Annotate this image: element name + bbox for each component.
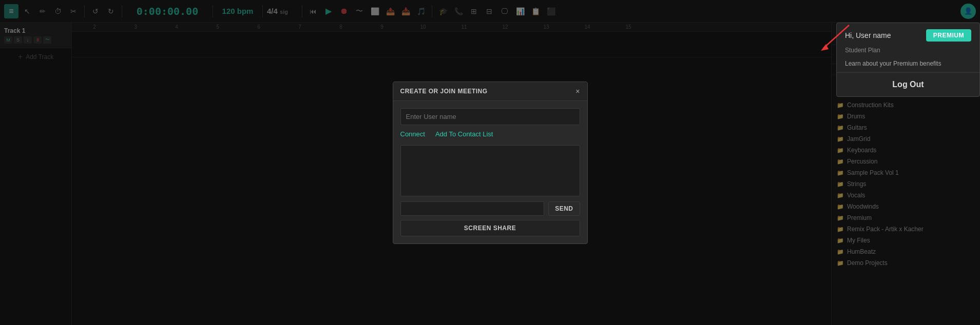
- learn-premium-link[interactable]: Learn about your Premium benefits: [837, 58, 979, 72]
- connect-button[interactable]: Connect: [400, 130, 425, 138]
- chat-area: [400, 145, 580, 196]
- create-join-meeting-modal: CREATE OR JOIN MEETING × Connect Add To …: [393, 82, 588, 244]
- modal-body: Connect Add To Contact List SEND SCREEN …: [393, 101, 587, 243]
- modal-title: CREATE OR JOIN MEETING: [400, 88, 488, 95]
- premium-badge-button[interactable]: PREMIUM: [926, 29, 971, 42]
- user-plan: Student Plan: [837, 46, 979, 58]
- user-dropdown: Hi, User name PREMIUM Student Plan Learn…: [836, 23, 980, 97]
- dropdown-header: Hi, User name PREMIUM: [837, 23, 979, 46]
- modal-header: CREATE OR JOIN MEETING ×: [393, 82, 587, 101]
- logout-button[interactable]: Log Out: [837, 73, 979, 96]
- add-to-contact-button[interactable]: Add To Contact List: [435, 130, 493, 138]
- send-row: SEND: [400, 201, 580, 216]
- modal-actions: Connect Add To Contact List: [400, 130, 580, 138]
- username-input[interactable]: [400, 108, 580, 125]
- message-input[interactable]: [400, 201, 545, 216]
- screen-share-button[interactable]: SCREEN SHARE: [400, 220, 580, 236]
- svg-line-0: [823, 25, 849, 48]
- annotation-arrow: [813, 23, 854, 55]
- send-button[interactable]: SEND: [548, 201, 580, 216]
- modal-close-button[interactable]: ×: [575, 87, 580, 95]
